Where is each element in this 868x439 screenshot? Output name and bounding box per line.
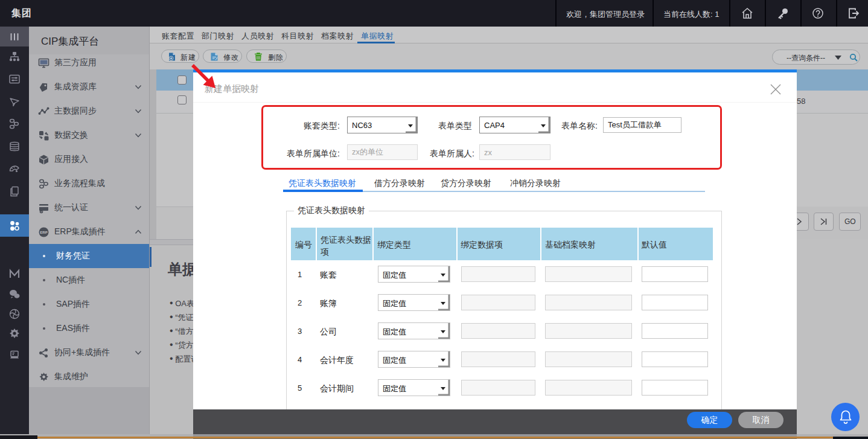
svg-text:ERP: ERP xyxy=(40,231,47,234)
